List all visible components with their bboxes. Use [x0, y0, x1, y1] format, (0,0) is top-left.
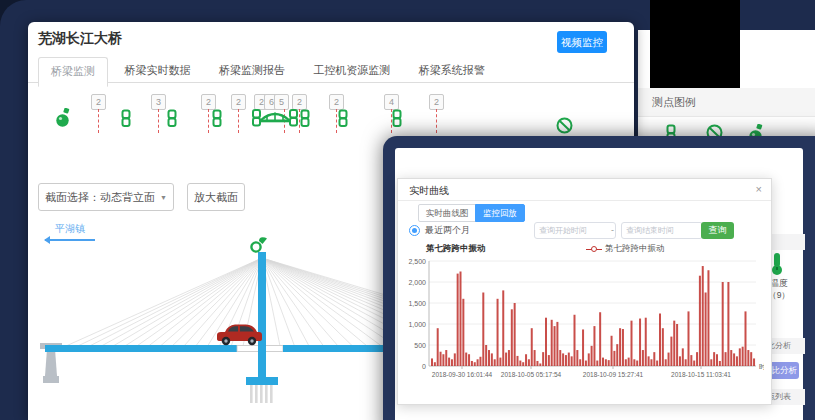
- y-tick-label: 1,500: [408, 300, 426, 307]
- vibration-spike: [628, 358, 630, 366]
- close-icon[interactable]: ×: [756, 183, 762, 195]
- vibration-spike: [645, 318, 647, 366]
- vibration-spike: [448, 358, 450, 366]
- x-tick-label: 2018-10-15 11:03:41: [671, 371, 731, 378]
- vibration-spike: [502, 290, 504, 366]
- vibration-spike: [528, 359, 530, 366]
- vibration-spike: [539, 363, 541, 366]
- vibration-spike: [591, 346, 593, 366]
- vibration-spike: [622, 329, 624, 366]
- vibration-spike: [534, 350, 536, 366]
- vibration-spike: [474, 362, 476, 366]
- query-start-time-input[interactable]: [534, 222, 616, 239]
- vibration-spike: [451, 359, 453, 366]
- secondary-window-frame: 温度 （9） 对比分析 对比分析 测点列表 实时曲线 × 实时曲线图 监控回放 …: [383, 136, 815, 420]
- legend-marker-icon: [586, 249, 602, 250]
- vibration-spike: [659, 314, 661, 367]
- query-end-time-input[interactable]: [621, 222, 703, 239]
- chart-title: 第七跨跨中振动: [426, 243, 486, 255]
- vibration-spike: [565, 355, 567, 366]
- vibration-spike: [608, 360, 610, 366]
- vibration-spike: [445, 350, 447, 366]
- chart-legend[interactable]: 第七跨跨中振动: [586, 243, 665, 255]
- vibration-spike: [656, 361, 658, 366]
- vibration-spike: [670, 337, 672, 366]
- vibration-spike: [568, 353, 570, 366]
- vibration-spike: [593, 326, 595, 366]
- vibration-spike: [619, 328, 621, 366]
- vibration-spike: [517, 356, 519, 366]
- vibration-spike: [477, 359, 479, 366]
- query-button[interactable]: 查询: [701, 222, 734, 239]
- desktop-background: 测点图例 芜湖长江大桥 桥梁监测 桥梁实时数据 桥梁监测报告 工控机资源监测 桥…: [0, 0, 815, 420]
- vibration-spike: [616, 344, 618, 366]
- y-tick-label: 0: [422, 363, 426, 370]
- realtime-curve-modal: 实时曲线 × 实时曲线图 监控回放 最近两个月 - 查询 第七跨跨中振动 第七跨…: [397, 178, 772, 405]
- vibration-spike: [468, 354, 470, 366]
- vibration-spike: [745, 311, 747, 366]
- vibration-spike: [497, 299, 499, 366]
- vibration-spike: [536, 361, 538, 366]
- vibration-spike: [665, 359, 667, 366]
- vibration-spike: [471, 361, 473, 366]
- vibration-spike: [633, 359, 635, 366]
- vibration-spike: [719, 361, 721, 366]
- x-tick-label: 2018-10-05 05:17:54: [501, 371, 562, 378]
- vibration-spike: [730, 350, 732, 366]
- vibration-spike: [431, 358, 433, 366]
- vibration-spike: [736, 356, 738, 366]
- vibration-spike: [631, 321, 633, 366]
- vibration-spike: [551, 320, 553, 366]
- vibration-spike: [696, 352, 698, 366]
- vibration-spike: [585, 361, 587, 366]
- vibration-spike: [639, 319, 641, 366]
- vibration-spike: [725, 352, 727, 366]
- vibration-spike: [685, 359, 687, 366]
- vibration-spike: [662, 328, 664, 366]
- recent-two-months-radio[interactable]: [409, 225, 420, 236]
- vibration-spike: [642, 350, 644, 366]
- vibration-spike: [514, 303, 516, 366]
- tower-top-sensor-icon[interactable]: [251, 237, 267, 251]
- vibration-spike: [485, 345, 487, 366]
- vibration-spike: [653, 352, 655, 366]
- y-tick-label: 500: [414, 342, 426, 349]
- range-separator: -: [611, 225, 614, 235]
- vibration-spike: [559, 350, 561, 366]
- vibration-spike: [727, 282, 729, 366]
- car: [217, 325, 262, 346]
- vibration-spike: [599, 312, 601, 366]
- vibration-spike: [716, 354, 718, 366]
- y-tick-label: 2,500: [408, 258, 426, 265]
- vibration-spike: [605, 359, 607, 366]
- tab-monitor-playback[interactable]: 监控回放: [475, 204, 525, 222]
- vibration-spike: [613, 351, 615, 366]
- vibration-spike: [442, 354, 444, 366]
- vibration-spike: [571, 356, 573, 366]
- vibration-spike: [582, 329, 584, 366]
- vibration-spike: [722, 282, 724, 366]
- vibration-spike: [648, 356, 650, 366]
- legend-panel-title: 测点图例: [638, 88, 815, 117]
- bridge-tower: [258, 252, 266, 384]
- tower-piles: [250, 385, 273, 403]
- vibration-spike: [707, 270, 709, 366]
- vibration-spike: [499, 358, 501, 366]
- tab-realtime-curve[interactable]: 实时曲线图: [418, 204, 477, 222]
- vibration-spike: [596, 361, 598, 366]
- vibration-spike: [705, 293, 707, 367]
- vibration-chart: 05001,0001,5002,0002,5002018-09-30 16:01…: [406, 255, 764, 401]
- y-tick-label: 1,000: [408, 321, 426, 328]
- vibration-spike: [710, 359, 712, 366]
- bridge-deck-left: [45, 345, 237, 352]
- vibration-spike: [542, 352, 544, 366]
- x-tick-label: 2018-10-09 15:27:41: [583, 371, 644, 378]
- vibration-spike: [688, 311, 690, 366]
- vibration-spike: [574, 315, 576, 366]
- vibration-spike: [554, 326, 556, 366]
- vibration-spike: [693, 361, 695, 366]
- vibration-spike: [491, 353, 493, 366]
- vibration-spike: [690, 355, 692, 366]
- vibration-spike: [460, 272, 462, 367]
- vibration-spike: [562, 353, 564, 366]
